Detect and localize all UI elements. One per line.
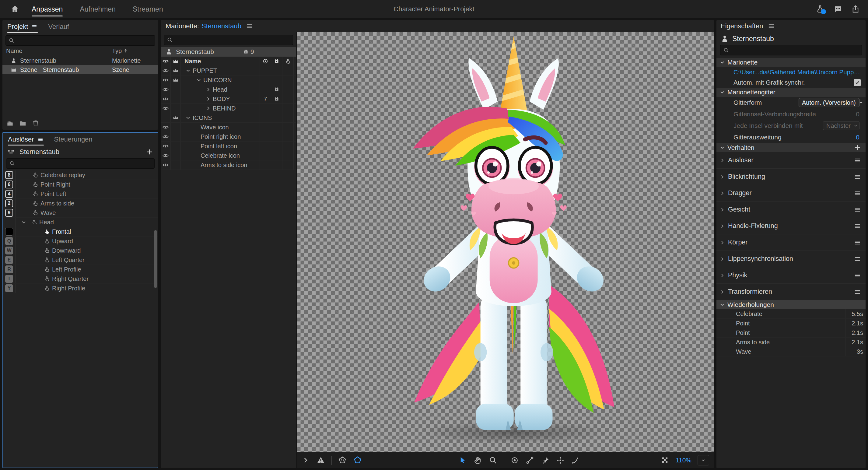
puppet-search-input[interactable]	[176, 36, 290, 44]
chevron-down-icon[interactable]	[21, 219, 27, 225]
trigger-key[interactable]: 4	[5, 190, 13, 198]
add-trigger-button[interactable]	[146, 148, 153, 156]
tree-row[interactable]: Point left icon	[161, 142, 296, 151]
trigger-key[interactable]: 9	[5, 209, 13, 217]
delete-button[interactable]	[32, 119, 39, 127]
behavior-menu-icon[interactable]	[854, 255, 861, 263]
pin-tool-icon[interactable]	[540, 456, 550, 465]
behavior-menu-icon[interactable]	[854, 222, 861, 230]
panel-chevron-icon[interactable]	[301, 456, 310, 465]
trigger-key[interactable]: 2	[5, 199, 13, 207]
visibility-toggle[interactable]	[162, 105, 169, 112]
behavior-row[interactable]: Transformieren	[716, 284, 866, 300]
project-item[interactable]: Szene - SternenstaubSzene	[2, 65, 158, 74]
unicorn-puppet[interactable]	[394, 34, 634, 452]
zoom-dropdown[interactable]	[698, 455, 709, 465]
scene-canvas[interactable]: 110%	[297, 32, 714, 468]
project-item[interactable]: SternenstaubMarionette	[2, 56, 158, 65]
trigger-row[interactable]: 4Point Left	[3, 189, 158, 199]
record-target-icon[interactable]	[510, 456, 519, 465]
add-behavior-button[interactable]	[854, 144, 861, 152]
trigger-key[interactable]: Q	[5, 237, 13, 245]
crown-toggle[interactable]	[172, 77, 179, 84]
puppet-header-link[interactable]: Sternenstaub	[202, 22, 241, 30]
workspace-tab-anpassen[interactable]: Anpassen	[32, 0, 63, 18]
behavior-badge-icon[interactable]	[273, 58, 280, 65]
visibility-column-icon[interactable]	[162, 58, 169, 65]
tree-row[interactable]: Wave icon	[161, 123, 296, 132]
trigger-search-input[interactable]	[18, 160, 152, 167]
visibility-toggle[interactable]	[162, 96, 169, 102]
crown-toggle[interactable]	[172, 67, 179, 74]
chevron-right-icon[interactable]	[719, 256, 725, 262]
crown-column-icon[interactable]	[172, 58, 179, 65]
project-search[interactable]	[5, 35, 155, 46]
tree-row[interactable]: BEHIND	[161, 104, 296, 113]
project-search-input[interactable]	[17, 37, 153, 44]
properties-search-input[interactable]	[732, 46, 859, 54]
chevron-right-icon[interactable]	[205, 96, 212, 102]
chevron-right-icon[interactable]	[719, 157, 725, 164]
panel-menu-icon[interactable]	[246, 22, 253, 30]
visibility-toggle[interactable]	[162, 143, 169, 150]
tree-row[interactable]: Point right icon	[161, 132, 296, 142]
trigger-row[interactable]: 6Point Right	[3, 180, 158, 189]
trigger-key[interactable]: 8	[5, 171, 13, 179]
chevron-right-icon[interactable]	[719, 190, 725, 197]
section-behaviors[interactable]: Verhalten	[716, 143, 866, 152]
mesh-icon[interactable]	[338, 456, 347, 465]
trigger-row[interactable]: Head	[3, 218, 158, 227]
visibility-toggle[interactable]	[162, 86, 169, 93]
triggers-tab[interactable]: Steuerungen	[54, 133, 93, 146]
chevron-right-icon[interactable]	[719, 207, 725, 213]
chevron-right-icon[interactable]	[719, 174, 725, 180]
tree-row[interactable]: BODY7	[161, 94, 296, 104]
behavior-menu-icon[interactable]	[854, 239, 861, 247]
repetition-row[interactable]: Point2.1s	[716, 319, 866, 328]
section-repetitions[interactable]: Wiederholungen	[716, 300, 866, 309]
behavior-menu-icon[interactable]	[854, 156, 861, 164]
puppet-root-row[interactable]: Sternenstaub 9	[161, 47, 296, 57]
behavior-menu-icon[interactable]	[854, 206, 861, 214]
puppet-search[interactable]	[164, 35, 293, 45]
crown-toggle[interactable]	[172, 115, 179, 121]
sync-checkbox[interactable]	[854, 79, 861, 86]
visibility-toggle[interactable]	[162, 162, 169, 168]
trigger-row[interactable]: YRight Profile	[3, 284, 158, 293]
home-icon[interactable]	[10, 4, 20, 13]
trigger-row[interactable]: 8Celebrate replay	[3, 170, 158, 180]
trigger-row[interactable]: WDownward	[3, 246, 158, 255]
behavior-row[interactable]: Lippensynchronisation	[716, 251, 866, 267]
visibility-toggle[interactable]	[162, 77, 169, 84]
tree-row[interactable]: Head	[161, 85, 296, 94]
warning-icon[interactable]	[316, 456, 326, 465]
visibility-toggle[interactable]	[162, 67, 169, 74]
bone-tool-icon[interactable]	[525, 456, 534, 465]
trigger-hand-icon[interactable]	[285, 58, 291, 65]
behavior-menu-icon[interactable]	[854, 189, 861, 197]
trigger-row[interactable]: ELeft Quarter	[3, 255, 158, 265]
section-marionette[interactable]: Marionette	[716, 58, 866, 67]
chevron-right-icon[interactable]	[205, 86, 212, 93]
section-mesh[interactable]: Marionettengitter	[716, 88, 866, 97]
behavior-menu-icon[interactable]	[854, 173, 861, 181]
outline-icon[interactable]	[353, 456, 362, 465]
select-tool-icon[interactable]	[458, 456, 467, 465]
behavior-row[interactable]: Blickrichtung	[716, 169, 866, 185]
behavior-row[interactable]: Handle-Fixierung	[716, 218, 866, 234]
trigger-row[interactable]: Frontal	[3, 227, 158, 237]
share-icon[interactable]	[851, 5, 860, 14]
chevron-right-icon[interactable]	[205, 105, 212, 112]
trigger-key[interactable]: E	[5, 256, 13, 264]
hand-tool-icon[interactable]	[473, 456, 483, 465]
new-folder-button[interactable]	[19, 119, 27, 127]
new-scene-button[interactable]	[6, 119, 14, 127]
source-file-link[interactable]: C:\User...dia\Gathered Media\Unicorn Pup…	[734, 68, 861, 76]
chevron-right-icon[interactable]	[719, 289, 725, 295]
trigger-key[interactable]: Y	[5, 284, 13, 292]
properties-search[interactable]	[720, 45, 862, 55]
behavior-menu-icon[interactable]	[854, 272, 861, 279]
project-column-headers[interactable]: Name Typ	[2, 46, 158, 56]
behavior-row[interactable]: Physik	[716, 267, 866, 284]
repetition-row[interactable]: Arms to side2.1s	[716, 338, 866, 347]
